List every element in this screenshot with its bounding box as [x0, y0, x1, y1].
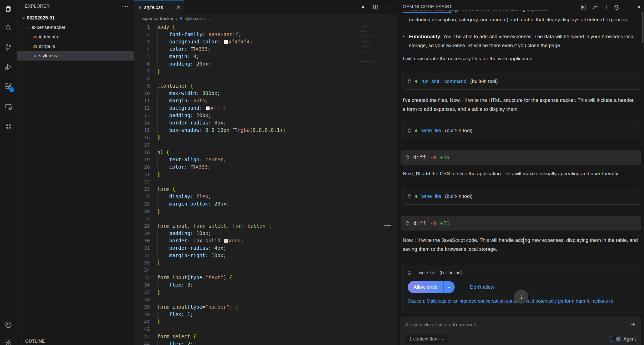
code-line[interactable]: 10 max-width: 800px; [134, 89, 397, 97]
code-line[interactable]: 22 [134, 178, 397, 185]
extensions-icon[interactable]: 1 [0, 79, 17, 94]
history-icon[interactable] [614, 4, 620, 10]
tool-name-link[interactable]: write_file [421, 193, 441, 199]
new-chat-icon[interactable]: + [604, 3, 608, 11]
breadcrumb-symbol[interactable]: … [208, 16, 212, 21]
explorer-more-actions-icon[interactable]: ··· [122, 3, 129, 9]
close-tab-icon[interactable]: × [177, 4, 180, 11]
account-icon[interactable] [0, 317, 17, 332]
tool-card-run-shell-command[interactable]: run_shell_command (built-in tool) [402, 73, 640, 90]
allow-once-button[interactable]: Allow once [408, 281, 455, 293]
remote-explorer-icon[interactable] [0, 99, 17, 114]
tree-item-style-css[interactable]: #style.css [17, 51, 134, 61]
search-icon[interactable] [0, 21, 17, 35]
code-line[interactable]: 12 background: #fff; [134, 104, 397, 112]
tool-name-link[interactable]: run_shell_command [421, 78, 466, 84]
tool-name-link[interactable]: write_file [419, 271, 436, 275]
code-line[interactable]: 41} [134, 318, 397, 325]
code-line[interactable]: 27 [134, 215, 397, 222]
code-line[interactable]: 43form select { [134, 333, 397, 340]
run-debug-icon[interactable] [0, 59, 17, 74]
expand-collapse-icon[interactable] [408, 128, 411, 133]
code-line[interactable]: 17 [134, 141, 397, 148]
scroll-to-bottom-button[interactable]: ↓ [514, 289, 528, 304]
more-actions-icon[interactable]: ··· [386, 4, 392, 10]
code-line[interactable]: 13 padding: 20px; [134, 112, 397, 119]
code-line[interactable]: 25 margin-bottom: 20px; [134, 200, 397, 207]
tool-card-write-file-2[interactable]: write_file (built-in tool) [402, 188, 640, 205]
code-line[interactable]: 28form input, form select, form button { [134, 222, 397, 229]
source-control-icon[interactable] [0, 40, 17, 55]
expand-collapse-icon[interactable] [406, 221, 409, 226]
split-editor-icon[interactable] [372, 4, 379, 10]
code-line[interactable]: 15 box-shadow: 0 0 10px rgba(0,0,0,0.1); [134, 126, 397, 134]
code-line[interactable]: 20 color: #333; [134, 163, 397, 171]
code-line[interactable]: 44 flex: 2; [134, 340, 397, 345]
expand-collapse-icon[interactable] [408, 271, 411, 275]
code-line[interactable]: 18h1 { [134, 148, 397, 156]
code-line[interactable]: 29 padding: 10px; [134, 229, 397, 237]
expand-collapse-icon[interactable] [406, 155, 409, 160]
gemini-sparkle-icon[interactable] [360, 4, 366, 10]
code-line[interactable]: 38 [134, 296, 397, 303]
code-line[interactable]: 26} [134, 207, 397, 215]
more-actions-icon[interactable]: ··· [626, 4, 632, 10]
code-line[interactable]: 33} [134, 259, 397, 266]
layout-board-icon[interactable] [580, 4, 587, 10]
gemini-icon[interactable] [0, 119, 17, 134]
chat-input-placeholder[interactable]: Allow or disallow tool to proceed [405, 322, 630, 328]
breadcrumb[interactable]: expense-tracker › # style.css › … [134, 14, 397, 23]
code-line[interactable]: 19 text-align: center; [134, 156, 397, 163]
agent-session-icon[interactable] [592, 4, 599, 10]
tool-card-write-file-1[interactable]: write_file (built-in tool) [402, 122, 640, 139]
expand-collapse-icon[interactable] [408, 79, 411, 84]
code-line[interactable]: 14 border-radius: 8px; [134, 119, 397, 126]
code-line[interactable]: 32 margin-right: 10px; [134, 252, 397, 259]
send-icon[interactable] [630, 322, 636, 328]
code-line[interactable]: 35form input[type="text"] { [134, 274, 397, 281]
tree-item-06202025-01[interactable]: 06202025-01 [17, 13, 134, 23]
code-line[interactable]: 30 border: 1px solid #ddd; [134, 237, 397, 244]
tool-name-link[interactable]: write_file [421, 128, 441, 133]
code-line[interactable]: 36 flex: 3; [134, 281, 397, 288]
diff-card-2[interactable]: diff -0 +71 [401, 216, 641, 231]
explorer-icon[interactable] [0, 2, 17, 16]
close-panel-icon[interactable]: × [637, 3, 641, 11]
code-line[interactable]: 16} [134, 134, 397, 141]
code-line[interactable]: 31 border-radius: 4px; [134, 244, 397, 252]
context-items-chip[interactable]: 1 context item ▸ [405, 334, 448, 344]
code-line[interactable]: 42 [134, 325, 397, 333]
panel-scrollbar[interactable] [642, 12, 643, 43]
code-line[interactable]: 21} [134, 171, 397, 178]
expand-collapse-icon[interactable] [408, 194, 411, 199]
code-line[interactable]: 4 color: #333; [134, 45, 397, 53]
allow-options-dropdown-icon[interactable] [444, 281, 455, 293]
code-line[interactable]: 5 margin: 0; [134, 53, 397, 60]
code-line[interactable]: 9.container { [134, 82, 397, 89]
outline-section[interactable]: › OUTLINE [17, 337, 134, 345]
code-editor[interactable]: 1body {2 font-family: sans-serif;3 backg… [134, 23, 397, 345]
code-line[interactable]: 8 [134, 75, 397, 82]
code-line[interactable]: 7} [134, 67, 397, 75]
code-line[interactable]: 3 background-color: #f4f4f4; [134, 38, 397, 45]
settings-gear-icon[interactable] [0, 335, 17, 345]
breadcrumb-file[interactable]: style.css [185, 16, 202, 21]
breadcrumb-folder[interactable]: expense-tracker [141, 16, 173, 21]
code-line[interactable]: 2 font-family: sans-serif; [134, 31, 397, 38]
agent-mode-toggle[interactable] [610, 336, 621, 342]
dont-allow-button[interactable]: Don't allow [470, 284, 494, 290]
code-line[interactable]: 37} [134, 288, 397, 296]
code-line[interactable]: 11 margin: auto; [134, 97, 397, 104]
code-line[interactable]: 24 display: flex; [134, 193, 397, 200]
code-line[interactable]: 39form input[type="number"] { [134, 303, 397, 311]
diff-card-1[interactable]: diff -0 +39 [401, 150, 641, 165]
code-line[interactable]: 34 [134, 266, 397, 274]
sash-handle[interactable] [384, 225, 391, 226]
tree-item-index-html[interactable]: <>index.html [17, 32, 134, 42]
code-line[interactable]: 1body { [134, 23, 397, 31]
code-line[interactable]: 40 flex: 1; [134, 311, 397, 318]
chat-input-box[interactable]: Allow or disallow tool to proceed 1 cont… [400, 317, 641, 345]
tree-item-expense-tracker[interactable]: expense-tracker [17, 23, 134, 32]
tab-style-css[interactable]: # style.css × [134, 0, 184, 14]
minimap[interactable] [360, 24, 387, 345]
